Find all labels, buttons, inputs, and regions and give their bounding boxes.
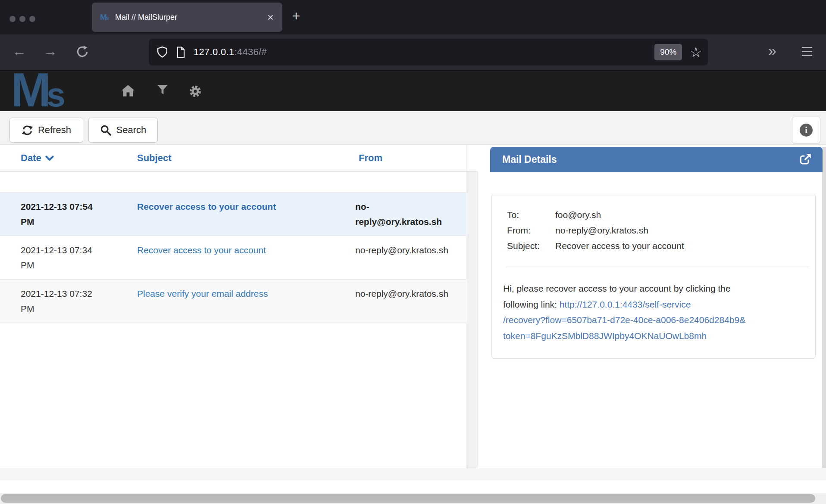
date-header-label: Date: [21, 152, 41, 164]
forward-icon[interactable]: →: [43, 44, 57, 58]
sort-chevron-down-icon: [45, 156, 54, 161]
mailslurper-favicon-icon: Ms: [100, 12, 109, 22]
mail-details-title: Mail Details: [502, 154, 557, 165]
window-controls[interactable]: [9, 16, 35, 22]
search-icon: [100, 124, 112, 136]
bookmark-star-icon[interactable]: ☆: [690, 46, 702, 59]
mail-date: 2021-12-13 07:32 PM: [0, 286, 136, 316]
mail-date: 2021-12-13 07:54 PM: [0, 199, 136, 229]
content: Date Subject From 2021-12-13 07:54 PM Re…: [0, 145, 826, 468]
mailslurper-navbar: Ms: [0, 70, 826, 111]
mail-row[interactable]: 2021-12-13 07:54 PM Recover access to yo…: [0, 192, 466, 236]
from-header-label: From: [359, 152, 382, 163]
search-button[interactable]: Search: [88, 118, 158, 143]
body-text: following link:: [503, 299, 560, 309]
zoom-level-badge[interactable]: 90%: [654, 44, 682, 60]
overflow-chevrons-icon[interactable]: »: [768, 43, 776, 58]
mail-body: Hi, please recover access to your accoun…: [492, 267, 815, 344]
screen: Ms Mail // MailSlurper × + ← →: [0, 0, 826, 504]
body-text: Hi, please recover access to your accoun…: [503, 281, 807, 297]
filter-icon[interactable]: [157, 84, 168, 95]
subject-label: Subject:: [507, 238, 555, 254]
shield-icon[interactable]: [156, 46, 168, 58]
refresh-button[interactable]: Refresh: [9, 118, 83, 143]
mail-details-fields: To: foo@ory.sh From: no-reply@ory.kratos…: [492, 194, 815, 254]
column-header-from[interactable]: From: [355, 152, 466, 164]
new-tab-button[interactable]: +: [292, 9, 300, 23]
action-bar: Refresh Search i: [0, 111, 826, 145]
tab-close-icon[interactable]: ×: [267, 12, 274, 23]
window-control-dot[interactable]: [19, 16, 25, 22]
mail-details-card: To: foo@ory.sh From: no-reply@ory.kratos…: [491, 194, 816, 359]
info-button[interactable]: i: [792, 117, 820, 143]
horizontal-scrollbar[interactable]: [0, 493, 826, 504]
info-icon: i: [799, 123, 813, 137]
gear-icon[interactable]: [188, 84, 203, 99]
from-value: no-reply@ory.kratos.sh: [555, 223, 648, 238]
mail-subject-link[interactable]: Recover access to your account: [137, 202, 276, 212]
mail-row[interactable]: 2021-12-13 07:34 PM Recover access to yo…: [0, 236, 466, 279]
svg-text:i: i: [805, 125, 807, 135]
home-icon[interactable]: [121, 84, 135, 97]
tab-title: Mail // MailSlurper: [115, 13, 177, 22]
mail-subject-link[interactable]: Recover access to your account: [137, 245, 266, 255]
logo-m: M: [11, 68, 49, 112]
url-text[interactable]: 127.0.0.1:4436/#: [194, 47, 267, 58]
column-header-date[interactable]: Date: [0, 152, 136, 164]
mail-from: no-reply@ory.kratos.sh: [355, 243, 466, 273]
to-value: foo@ory.sh: [555, 207, 601, 223]
url-port-path: :4436/#: [234, 47, 267, 57]
browser-tab[interactable]: Ms Mail // MailSlurper ×: [92, 3, 282, 32]
browser-tab-bar: Ms Mail // MailSlurper × +: [0, 0, 826, 34]
page-info-icon[interactable]: [176, 46, 186, 59]
mail-rows: 2021-12-13 07:54 PM Recover access to yo…: [0, 192, 466, 323]
field-to: To: foo@ory.sh: [507, 207, 815, 223]
column-header-subject[interactable]: Subject: [136, 152, 355, 164]
external-link-icon[interactable]: [798, 152, 812, 167]
from-label: From:: [507, 223, 555, 238]
url-host: 127.0.0.1: [194, 47, 234, 57]
footer-strip: [0, 468, 826, 479]
mail-row[interactable]: 2021-12-13 07:32 PM Please verify your e…: [0, 279, 466, 323]
menu-hamburger-icon[interactable]: [802, 47, 812, 56]
back-icon[interactable]: ←: [12, 44, 26, 58]
mail-list-header: Date Subject From: [0, 145, 478, 172]
mailslurper-logo[interactable]: Ms: [11, 68, 66, 117]
browser-nav-toolbar: ← → 127.0.0.1:4436/# 90% ☆: [0, 34, 826, 70]
mail-subject-link[interactable]: Please verify your email address: [137, 289, 268, 299]
footer-strip: [0, 480, 826, 493]
panel-divider: [467, 172, 478, 468]
recovery-link[interactable]: http://127.0.0.1:4433/self-service: [560, 299, 691, 309]
to-label: To:: [507, 207, 555, 223]
subject-value: Recover access to your account: [555, 238, 684, 254]
window-control-dot[interactable]: [9, 16, 16, 22]
mail-date: 2021-12-13 07:34 PM: [0, 243, 136, 273]
mail-from: no-reply@ory.kratos.sh: [355, 199, 466, 229]
recovery-link[interactable]: token=8FguKzSMblD88JWIpby4OKNaUOwLb8mh: [503, 331, 707, 341]
search-label: Search: [116, 124, 147, 136]
refresh-label: Refresh: [38, 124, 71, 136]
favicon-s: s: [106, 15, 109, 21]
logo-s: s: [47, 72, 65, 117]
horizontal-scrollbar-thumb[interactable]: [1, 494, 815, 503]
field-from: From: no-reply@ory.kratos.sh: [507, 223, 815, 238]
window-control-dot[interactable]: [29, 16, 35, 22]
mail-details-header: Mail Details: [490, 147, 823, 172]
vertical-scrollbar[interactable]: [822, 147, 826, 468]
field-subject: Subject: Recover access to your account: [507, 238, 815, 254]
reload-icon[interactable]: [75, 45, 89, 59]
mail-from: no-reply@ory.kratos.sh: [355, 286, 466, 316]
url-bar[interactable]: 127.0.0.1:4436/# 90% ☆: [149, 39, 708, 65]
subject-header-label: Subject: [137, 152, 171, 163]
refresh-icon: [22, 124, 33, 136]
recovery-link[interactable]: /recovery?flow=6507ba71-d72e-40ce-a006-8…: [503, 315, 745, 325]
